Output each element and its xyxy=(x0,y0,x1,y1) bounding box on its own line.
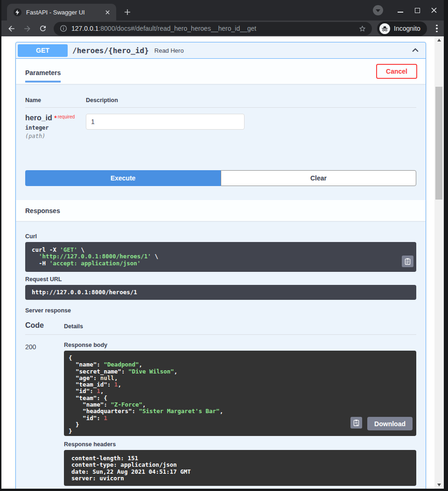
clipboard-copy-icon xyxy=(353,419,359,426)
hero-id-input[interactable] xyxy=(86,114,245,130)
response-headers-block: content-length: 151 content-type: applic… xyxy=(64,450,416,486)
request-url-label: Request URL xyxy=(25,276,416,283)
endpoint-summary[interactable]: GET /heroes/{hero_id} Read Hero xyxy=(16,42,426,59)
reload-button[interactable] xyxy=(37,22,49,35)
minimize-icon xyxy=(398,12,403,13)
browser-menu-button[interactable] xyxy=(432,23,442,34)
response-row: 200 Response body { "name": "Deadpond", … xyxy=(25,335,416,486)
execute-row: Execute Clear xyxy=(16,149,426,200)
response-details: Response body { "name": "Deadpond", "sec… xyxy=(64,342,416,486)
forward-arrow-icon xyxy=(23,24,32,33)
parameter-type: integer xyxy=(25,124,86,131)
parameter-location: (path) xyxy=(25,133,86,139)
header-line: date: Sun,22 Aug 2021 04:51:17 GMT xyxy=(71,469,409,475)
tab-close-icon[interactable] xyxy=(103,8,112,16)
scroll-down-button[interactable] xyxy=(434,481,444,489)
column-details: Details xyxy=(64,323,83,330)
column-code: Code xyxy=(25,321,64,330)
back-arrow-icon xyxy=(7,24,16,33)
collapse-button[interactable] xyxy=(410,45,421,56)
endpoint-description: Read Hero xyxy=(154,47,184,54)
browser-toolbar: 127.0.0.1:8000/docs#/default/read_hero_h… xyxy=(1,21,444,36)
tab-title: FastAPI - Swagger UI xyxy=(26,9,103,16)
scroll-up-button[interactable] xyxy=(434,36,444,44)
back-button[interactable] xyxy=(5,22,17,35)
parameters-table: Name Description hero_id *required integ… xyxy=(16,84,426,149)
response-body-block: { "name": "Deadpond", "secret_name": "Di… xyxy=(64,351,416,436)
curl-command: curl -X 'GET' \ 'http://127.0.0.1:8000/h… xyxy=(32,247,410,267)
tab-parameters[interactable]: Parameters xyxy=(25,69,61,84)
request-url-value: http://127.0.0.1:8000/heroes/1 xyxy=(32,289,410,296)
bookmark-button[interactable] xyxy=(357,23,367,34)
status-code: 200 xyxy=(25,342,64,486)
browser-window: FastAPI - Swagger UI 1 xyxy=(1,0,444,489)
tab-search-button[interactable] xyxy=(373,5,383,15)
close-window-button[interactable] xyxy=(427,3,441,17)
column-name: Name xyxy=(25,97,86,104)
curl-label: Curl xyxy=(25,233,416,240)
scroll-up-icon xyxy=(437,39,441,41)
copy-curl-button[interactable] xyxy=(402,256,413,267)
cancel-button[interactable]: Cancel xyxy=(376,64,417,79)
curl-code-block: curl -X 'GET' \ 'http://127.0.0.1:8000/h… xyxy=(25,242,416,272)
chevron-up-icon xyxy=(411,46,420,55)
parameter-name-cell: hero_id *required integer (path) xyxy=(25,114,86,139)
page-content: GET /heroes/{hero_id} Read Hero Paramete… xyxy=(1,36,444,489)
clipboard-icon xyxy=(405,258,411,265)
parameters-table-header: Name Description xyxy=(25,97,416,108)
parameters-title: Parameters xyxy=(25,69,61,81)
url-host: 127.0.0.1 xyxy=(71,25,98,32)
window-controls xyxy=(373,0,444,21)
incognito-label: Incognito xyxy=(394,25,420,32)
active-tab-indicator xyxy=(25,81,61,83)
column-description: Description xyxy=(86,97,118,104)
incognito-badge: Incognito xyxy=(377,21,427,36)
address-bar[interactable]: 127.0.0.1:8000/docs#/default/read_hero_h… xyxy=(54,22,372,35)
responses-title: Responses xyxy=(25,207,60,214)
scrollbar-thumb[interactable] xyxy=(435,87,442,200)
download-button[interactable]: Download xyxy=(367,417,413,430)
header-line: content-type: application/json xyxy=(71,462,409,468)
responses-header: Responses xyxy=(16,200,426,221)
parameter-row: hero_id *required integer (path) xyxy=(25,108,416,149)
endpoint-path: /heroes/{hero_id} xyxy=(72,46,149,55)
copy-response-button[interactable] xyxy=(350,417,362,429)
vertical-scrollbar[interactable] xyxy=(434,36,444,489)
response-table-header: Code Details xyxy=(25,321,416,335)
close-icon xyxy=(431,7,437,14)
execute-button[interactable]: Execute xyxy=(25,170,221,186)
header-line: content-length: 151 xyxy=(71,455,409,462)
maximize-button[interactable] xyxy=(410,3,424,17)
incognito-icon xyxy=(379,23,390,34)
star-icon xyxy=(358,25,366,33)
parameter-name: hero_id xyxy=(25,114,52,122)
reload-icon xyxy=(39,24,47,33)
parameter-value-cell xyxy=(86,114,416,139)
response-body-actions: Download xyxy=(350,417,413,430)
response-body-label: Response body xyxy=(64,342,416,348)
parameters-header: Parameters Cancel xyxy=(16,59,426,84)
page-info-icon[interactable] xyxy=(60,25,67,32)
scroll-down-icon xyxy=(437,484,441,486)
responses-body: Curl curl -X 'GET' \ 'http://127.0.0.1:8… xyxy=(16,221,426,489)
opblock-get-heroes: GET /heroes/{hero_id} Read Hero Paramete… xyxy=(15,42,426,489)
clear-button[interactable]: Clear xyxy=(221,170,416,186)
request-url-block: http://127.0.0.1:8000/heroes/1 xyxy=(25,285,416,300)
forward-button[interactable] xyxy=(21,22,33,35)
tab-strip: FastAPI - Swagger UI xyxy=(1,0,444,21)
fastapi-favicon-icon xyxy=(14,8,21,16)
server-response-label: Server response xyxy=(25,307,416,314)
required-star: * xyxy=(54,114,56,122)
http-method-badge: GET xyxy=(18,44,68,57)
maximize-icon xyxy=(415,8,420,13)
browser-tab[interactable]: FastAPI - Swagger UI xyxy=(7,4,116,21)
new-tab-button[interactable] xyxy=(122,7,133,18)
minimize-button[interactable] xyxy=(393,3,407,17)
url-path: :8000/docs#/default/read_hero_heroes__he… xyxy=(98,25,256,32)
chevron-down-icon xyxy=(376,9,380,12)
response-headers-label: Response headers xyxy=(64,441,416,448)
header-line: server: uvicorn xyxy=(71,475,409,482)
url-text: 127.0.0.1:8000/docs#/default/read_hero_h… xyxy=(71,25,357,32)
swagger-page: GET /heroes/{hero_id} Read Hero Paramete… xyxy=(1,36,434,489)
required-label: required xyxy=(58,114,75,119)
